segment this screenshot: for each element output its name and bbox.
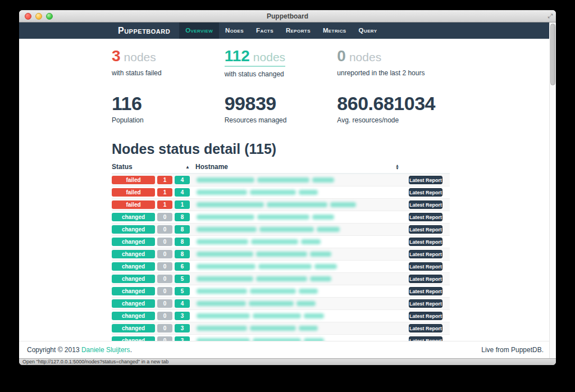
main-content: 3nodes with status failed 112nodes with …: [19, 39, 549, 341]
failed-count-badge: 1: [157, 200, 172, 209]
fullscreen-icon[interactable]: ⤢: [547, 12, 553, 20]
tab-metrics[interactable]: Metrics: [317, 22, 353, 39]
status-cell: changed 0 8: [112, 250, 192, 258]
table-row: changed 0 8 Latest Report: [112, 211, 450, 224]
resources-label: Resources managed: [225, 116, 337, 124]
latest-report-button[interactable]: Latest Report: [409, 262, 442, 271]
hostname-cell[interactable]: [192, 177, 403, 183]
sort-asc-icon[interactable]: ▲: [185, 165, 190, 170]
hostname-cell[interactable]: [192, 215, 403, 220]
hostname-cell[interactable]: [192, 326, 403, 331]
status-cell: changed 0 6: [112, 262, 192, 271]
table-row: changed 0 3 Latest Report: [112, 322, 450, 335]
hostname-redacted: [197, 252, 331, 257]
failed-count: 3: [112, 47, 121, 65]
tab-overview[interactable]: Overview: [179, 22, 219, 39]
status-cell: changed 0 5: [112, 287, 192, 295]
status-cell: changed 0 8: [112, 225, 192, 234]
action-cell: Latest Report: [403, 299, 450, 308]
status-cell: changed 0 8: [112, 238, 192, 246]
changed-count-badge: 5: [175, 287, 190, 295]
latest-report-button[interactable]: Latest Report: [409, 324, 442, 332]
latest-report-button[interactable]: Latest Report: [409, 200, 442, 209]
failed-count-badge: 1: [157, 176, 172, 184]
tab-facts[interactable]: Facts: [250, 22, 280, 39]
hostname-redacted: [197, 239, 321, 244]
copyright-text: Copyright © 2013 Daniele Sluijters.: [27, 346, 132, 354]
status-badge: changed: [112, 336, 155, 341]
tab-reports[interactable]: Reports: [280, 22, 317, 39]
nodes-detail-title: Nodes status detail (115): [112, 141, 450, 157]
status-badge: failed: [112, 200, 155, 209]
latest-report-button[interactable]: Latest Report: [409, 299, 442, 308]
failed-count-badge: 0: [157, 336, 172, 341]
status-badge: changed: [112, 225, 155, 234]
hostname-cell[interactable]: [192, 239, 403, 244]
hostname-cell[interactable]: [192, 289, 403, 294]
hostname-cell[interactable]: [192, 252, 403, 257]
scrollbar-track[interactable]: [549, 22, 556, 358]
changed-count-badge: 3: [175, 324, 190, 332]
tab-query[interactable]: Query: [353, 22, 384, 39]
latest-report-button[interactable]: Latest Report: [409, 312, 442, 320]
hostname-cell[interactable]: [192, 190, 403, 195]
failed-count-badge: 0: [157, 213, 172, 221]
changed-count-badge: 1: [175, 200, 190, 209]
action-cell: Latest Report: [403, 176, 450, 184]
changed-count-badge: 3: [175, 312, 190, 320]
column-header-hostname[interactable]: Hostname ▲▼: [192, 163, 403, 171]
failed-count-badge: 0: [157, 312, 172, 320]
status-cell: changed 0 8: [112, 213, 192, 221]
sort-both-icon[interactable]: ▲▼: [395, 164, 399, 170]
status-badge: failed: [112, 188, 155, 197]
page-footer: Copyright © 2013 Daniele Sluijters. Live…: [19, 341, 549, 358]
changed-count-badge: 4: [175, 188, 190, 197]
resources-value: 99839: [225, 93, 337, 114]
hostname-cell[interactable]: [192, 276, 403, 281]
table-row: changed 0 5 Latest Report: [112, 285, 450, 298]
status-cell: changed 0 4: [112, 299, 192, 308]
hostname-cell[interactable]: [192, 202, 403, 207]
latest-report-button[interactable]: Latest Report: [409, 176, 442, 184]
table-row: failed 1 4 Latest Report: [112, 174, 450, 186]
failed-count-badge: 0: [157, 250, 172, 258]
hostname-redacted: [197, 215, 334, 220]
latest-report-button[interactable]: Latest Report: [409, 238, 442, 246]
column-header-status[interactable]: Status ▲: [112, 163, 192, 171]
population-label: Population: [112, 116, 225, 124]
table-row: failed 1 1 Latest Report: [112, 199, 450, 211]
window-title: Puppetboard: [19, 12, 556, 20]
failed-count-badge: 0: [157, 262, 172, 271]
action-cell: Latest Report: [403, 275, 450, 283]
author-link[interactable]: Daniele Sluijters: [81, 346, 130, 354]
table-row: changed 0 3 Latest Report: [112, 335, 450, 341]
action-cell: Latest Report: [403, 336, 450, 341]
hostname-cell[interactable]: [192, 264, 403, 269]
unreported-nodes-stat: 0nodes: [337, 48, 450, 66]
latest-report-button[interactable]: Latest Report: [409, 188, 442, 197]
hostname-redacted: [197, 227, 340, 232]
hostname-cell[interactable]: [192, 313, 403, 318]
latest-report-button[interactable]: Latest Report: [409, 275, 442, 283]
puppetdb-status-text: Live from PuppetDB.: [481, 346, 544, 354]
hostname-cell[interactable]: [192, 227, 403, 232]
action-cell: Latest Report: [403, 250, 450, 258]
navbar-brand[interactable]: Puppetboard: [118, 22, 170, 39]
latest-report-button[interactable]: Latest Report: [409, 287, 442, 295]
hostname-cell[interactable]: [192, 301, 403, 306]
scrollbar-thumb[interactable]: [550, 24, 555, 85]
latest-report-button[interactable]: Latest Report: [409, 250, 442, 258]
changed-count-badge: 3: [175, 336, 190, 341]
status-badge: changed: [112, 287, 155, 295]
latest-report-button[interactable]: Latest Report: [409, 336, 442, 341]
latest-report-button[interactable]: Latest Report: [409, 225, 442, 234]
changed-nodes-link[interactable]: 112nodes: [225, 48, 285, 67]
status-badge: changed: [112, 299, 155, 308]
tab-nodes[interactable]: Nodes: [219, 22, 250, 39]
changed-count-badge: 8: [175, 225, 190, 234]
latest-report-button[interactable]: Latest Report: [409, 213, 442, 221]
failed-caption: with status failed: [112, 69, 225, 77]
page-viewport: Puppetboard Overview Nodes Facts Reports…: [19, 22, 549, 358]
avg-resources-label: Avg. resources/node: [337, 116, 450, 124]
table-row: changed 0 8 Latest Report: [112, 248, 450, 261]
